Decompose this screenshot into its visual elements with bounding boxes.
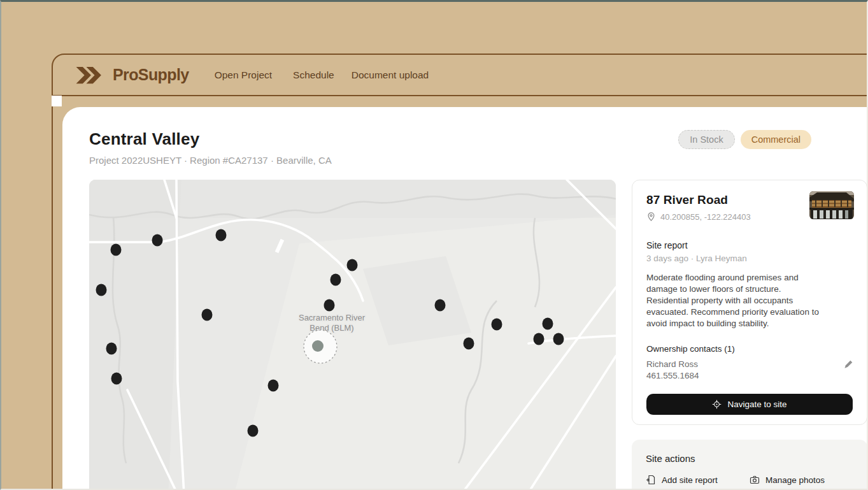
map-canvas[interactable]: Sacramento River Bend (BLM) [89, 180, 616, 490]
map-marker[interactable] [534, 333, 544, 345]
contact-phone: 461.555.1684 [646, 370, 853, 382]
map-marker[interactable] [268, 380, 279, 392]
navigate-to-site-button[interactable]: Navigate to site [646, 394, 853, 415]
map-marker[interactable] [96, 284, 107, 296]
action-label: Manage photos [765, 475, 825, 485]
site-card: 87 River Road 40.200855, -122.224403 [632, 180, 867, 425]
site-report-meta: 3 days ago · Lyra Heyman [646, 254, 853, 263]
nav-document-upload[interactable]: Document upload [352, 69, 429, 81]
edit-contact-pencil-icon[interactable] [843, 359, 854, 370]
contact-entry: Richard Ross 461.555.1684 [646, 359, 853, 382]
site-photo-thumbnail[interactable] [809, 191, 854, 219]
brand-name: ProSupply [113, 66, 189, 84]
navigate-button-label: Navigate to site [727, 400, 786, 409]
map-marker[interactable] [331, 274, 341, 286]
brand-logo[interactable]: ProSupply [76, 66, 189, 85]
camera-icon [750, 475, 760, 485]
page-title: Central Valley [89, 129, 199, 149]
map-marker[interactable] [106, 343, 117, 355]
map-marker[interactable] [543, 318, 553, 330]
project-subtitle: Project 2022USHEYT · Region #CA27137 · B… [89, 155, 868, 166]
map[interactable]: Sacramento River Bend (BLM) [89, 180, 616, 490]
crosshair-locate-icon [712, 400, 722, 409]
file-plus-icon [646, 475, 656, 485]
map-marker[interactable] [216, 229, 227, 241]
add-site-report-action[interactable]: Add site report [646, 475, 750, 485]
site-actions-heading: Site actions [646, 453, 853, 464]
site-report-body: Moderate flooding around premises and da… [646, 272, 820, 329]
project-header: Central Valley In Stock Commercial [89, 129, 868, 149]
map-marker[interactable] [111, 373, 122, 385]
in-stock-badge: In Stock [678, 130, 734, 149]
map-marker[interactable] [492, 319, 502, 331]
map-place-label-line1: Sacramento River [299, 313, 366, 322]
frame-notch [52, 96, 62, 106]
map-marker[interactable] [248, 425, 259, 437]
map-marker[interactable] [464, 338, 474, 350]
main-nav: Open Project Schedule Document upload [215, 69, 429, 81]
map-marker[interactable] [324, 299, 335, 312]
selected-site-marker[interactable] [304, 330, 337, 363]
status-badges: In Stock Commercial [678, 130, 811, 149]
map-marker[interactable] [111, 244, 122, 256]
action-label: Add site report [662, 475, 718, 485]
site-actions-grid: Add site report Manage photos [646, 475, 853, 490]
site-actions-panel: Site actions Add site report [632, 440, 867, 490]
manage-photos-action[interactable]: Manage photos [750, 475, 853, 485]
site-coordinates: 40.200855, -122.224403 [660, 212, 751, 222]
map-marker[interactable] [553, 333, 564, 345]
commercial-badge: Commercial [741, 130, 811, 149]
contact-name: Richard Ross [646, 359, 853, 370]
map-marker[interactable] [435, 299, 446, 312]
map-marker[interactable] [202, 309, 213, 321]
nav-open-project[interactable]: Open Project [215, 69, 272, 81]
ownership-contacts-heading: Ownership contacts (1) [646, 344, 853, 354]
nav-schedule[interactable]: Schedule [293, 69, 334, 81]
map-marker[interactable] [152, 234, 163, 247]
double-chevron-icon [76, 66, 106, 85]
map-marker[interactable] [347, 259, 358, 271]
map-pin-icon [646, 212, 656, 222]
top-navigation-bar: ProSupply Open Project Schedule Document… [53, 55, 868, 96]
content-panel: Central Valley In Stock Commercial Proje… [62, 107, 868, 490]
site-sidebar: 87 River Road 40.200855, -122.224403 [632, 180, 867, 490]
site-report-heading: Site report [646, 240, 853, 250]
